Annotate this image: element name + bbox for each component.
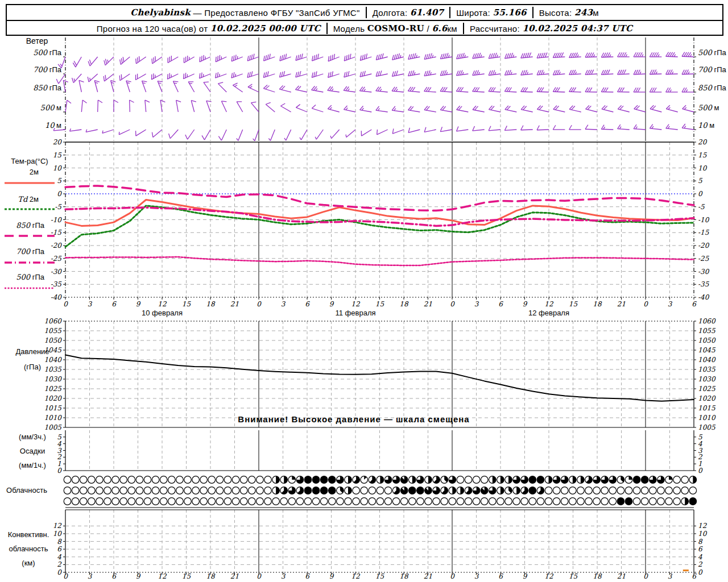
cloud-okta-symbol (120, 476, 127, 484)
cloud-okta-fill (633, 476, 640, 484)
wind-barb-staff (457, 110, 469, 112)
wind-barb-staff (312, 74, 323, 77)
wind-barb-feather (300, 54, 301, 59)
wind-barb-staff (456, 92, 468, 92)
cloud-okta-symbol (569, 487, 577, 494)
temp-xtick-label: 6 (498, 301, 503, 307)
wind-barb-feather (280, 103, 285, 106)
wind-barb-feather (396, 70, 398, 76)
cloud-okta-symbol (553, 498, 560, 505)
cloud-okta-symbol (257, 487, 264, 494)
cloud-okta-fill (625, 498, 632, 505)
wind-barb-feather (376, 72, 378, 77)
temp-legend-label-3: 700 гПа (16, 247, 44, 256)
temp-xtick-label: 6 (305, 301, 309, 307)
wind-barb-staff (346, 130, 355, 137)
cloud-okta-fill (320, 476, 328, 484)
wind-barb-feather (362, 72, 363, 77)
wind-barb-staff (537, 130, 549, 130)
wind-barb-half-feather (253, 139, 255, 141)
cloud-okta-symbol (473, 498, 480, 505)
temp-ytick-right: -30 (698, 268, 709, 275)
cloud-okta-symbol (160, 476, 167, 484)
cloud-okta-symbol (433, 498, 440, 505)
wind-barb-staff (362, 130, 372, 136)
pressure-ytick-right: 1025 (698, 385, 715, 392)
cloud-okta-symbol (465, 498, 472, 505)
wind-barb-half-feather (668, 107, 671, 110)
wind-barb-feather (521, 70, 523, 75)
wind-barb-half-feather (300, 138, 301, 140)
wind-barb-feather (160, 100, 165, 102)
temp-legend-label-0-unit: 2м (30, 168, 39, 176)
cloud-okta-fill (669, 476, 672, 480)
wind-level-label-right-unit: гПа (712, 84, 726, 92)
temp-ytick-left: -20 (51, 242, 61, 249)
wind-barb-staff (188, 130, 195, 139)
wind-barb-staff (279, 89, 291, 92)
convective-ytick-right: 10 (698, 530, 706, 537)
cloud-okta-symbol (232, 476, 239, 484)
convective-unit-label: (км) (22, 559, 35, 567)
temp-legend-label-1-unit: 2м (27, 195, 39, 203)
bottom-xtick-label: 15 (182, 573, 191, 580)
wind-barb-feather (493, 70, 495, 74)
wind-barb-feather (253, 54, 254, 59)
temp-ytick-right: 5 (698, 177, 702, 184)
convective-ytick-left: 12 (53, 522, 61, 529)
cloud-okta-fill (537, 476, 544, 484)
wind-barb-feather (376, 55, 377, 60)
bottom-xtick-label: 18 (593, 573, 601, 580)
temp-xtick-label: 6 (692, 301, 696, 307)
cloud-okta-symbol (417, 498, 424, 505)
wind-barb-feather (477, 70, 479, 74)
cloud-okta-fill (685, 498, 688, 505)
wind-barb-staff (360, 57, 371, 60)
wind-barb-feather (169, 134, 171, 139)
wind-barb-feather (316, 71, 317, 76)
wind-barb-staff (344, 90, 355, 92)
wind-barb-staff (153, 130, 162, 137)
bottom-xtick-label: 3 (668, 573, 672, 580)
cloud-okta-symbol (392, 498, 400, 505)
wind-barb-feather (231, 73, 233, 78)
cloud-okta-symbol (104, 498, 111, 505)
wind-barb-feather (119, 76, 120, 81)
wind-barb-staff (279, 74, 291, 77)
wind-barb-feather (444, 70, 446, 75)
cloud-okta-symbol (577, 498, 585, 505)
wind-barb-staff (473, 130, 485, 131)
cloud-okta-symbol (689, 487, 697, 494)
cloud-okta-symbol (112, 498, 119, 505)
wind-barb-feather (380, 70, 382, 76)
temp-ytick-left: -25 (51, 255, 61, 262)
cloud-okta-fill (380, 476, 383, 484)
wind-barb-feather (286, 54, 287, 59)
cloud-okta-symbol (264, 476, 272, 484)
wind-barb-staff (392, 110, 404, 112)
cloud-okta-symbol (369, 487, 376, 494)
wind-barb-staff (111, 81, 114, 92)
wind-barb-feather (491, 70, 493, 75)
temp-legend-label-4-unit: гПа (30, 273, 44, 281)
wind-barb-staff (191, 101, 194, 112)
wind-barb-half-feather (235, 74, 236, 77)
cloud-okta-fill (329, 487, 336, 494)
cloud-okta-symbol (296, 498, 304, 505)
wind-barb-feather (200, 57, 200, 62)
wind-barb-staff (218, 84, 226, 92)
cloud-okta-symbol (144, 487, 151, 494)
convective-mark (683, 569, 689, 571)
wind-barb-staff (130, 100, 130, 112)
wind-barb-feather (537, 53, 539, 58)
temp-xtick-label: 15 (375, 301, 384, 307)
wind-barb-half-feather (394, 109, 396, 111)
wind-barb-feather (427, 54, 428, 59)
wind-barb-feather (279, 72, 280, 77)
wind-barb-staff (312, 109, 323, 112)
wind-barb-half-feather (107, 60, 108, 63)
temp-xtick-label: 3 (88, 301, 92, 307)
wind-barb-feather (521, 126, 523, 130)
wind-barb-feather (104, 76, 104, 81)
wind-barb-feather (473, 126, 475, 131)
